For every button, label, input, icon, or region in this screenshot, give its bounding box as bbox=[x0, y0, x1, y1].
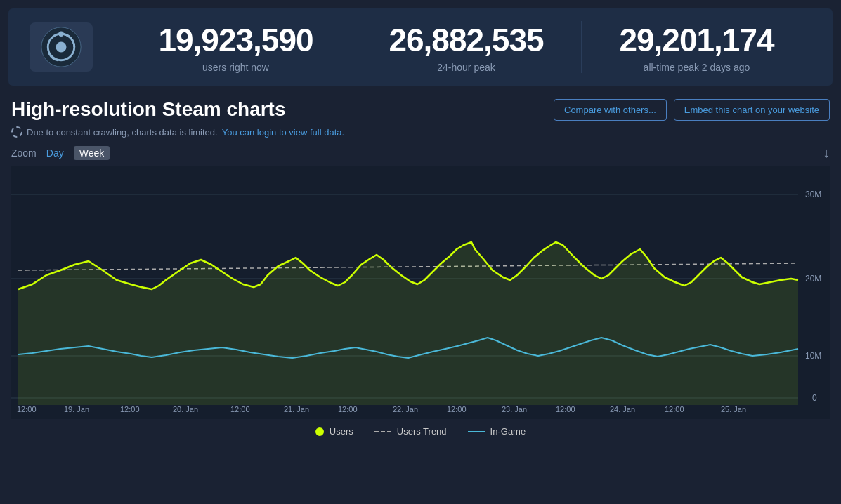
chart-title: High-resolution Steam charts bbox=[11, 98, 286, 121]
zoom-day-button[interactable]: Day bbox=[42, 146, 68, 160]
svg-point-3 bbox=[58, 32, 64, 37]
notice-icon bbox=[11, 126, 22, 138]
svg-text:24. Jan: 24. Jan bbox=[610, 405, 635, 413]
svg-text:12:00: 12:00 bbox=[120, 405, 140, 413]
stats-bar: 19,923,590 users right now 26,882,535 24… bbox=[8, 8, 833, 86]
legend-trend-label: Users Trend bbox=[397, 426, 447, 437]
svg-text:30M: 30M bbox=[805, 190, 821, 199]
peak-24h-number: 26,882,535 bbox=[351, 21, 581, 59]
steam-logo bbox=[30, 22, 93, 72]
notice-text: Due to constant crawling, charts data is… bbox=[27, 127, 218, 138]
users-now-label: users right now bbox=[121, 62, 351, 73]
legend-ingame-line bbox=[468, 431, 485, 432]
legend-ingame: In-Game bbox=[468, 426, 526, 437]
svg-text:12:00: 12:00 bbox=[230, 405, 250, 413]
legend-users: Users bbox=[315, 426, 353, 437]
svg-text:22. Jan: 22. Jan bbox=[393, 405, 418, 413]
zoom-label: Zoom bbox=[11, 147, 37, 159]
legend-ingame-label: In-Game bbox=[490, 426, 526, 437]
chart-legend: Users Users Trend In-Game bbox=[11, 426, 830, 437]
zoom-week-button[interactable]: Week bbox=[74, 146, 110, 160]
embed-button[interactable]: Embed this chart on your website bbox=[674, 99, 830, 121]
chart-header: High-resolution Steam charts Compare wit… bbox=[11, 98, 830, 121]
users-now-number: 19,923,590 bbox=[121, 21, 351, 59]
legend-users-dot bbox=[315, 427, 324, 436]
svg-text:12:00: 12:00 bbox=[338, 405, 358, 413]
svg-text:12:00: 12:00 bbox=[665, 405, 684, 413]
stat-peak-alltime: 29,201,174 all-time peak 2 days ago bbox=[581, 21, 811, 73]
svg-text:12:00: 12:00 bbox=[447, 405, 467, 413]
svg-text:10M: 10M bbox=[805, 351, 821, 361]
svg-text:0: 0 bbox=[812, 393, 817, 403]
svg-text:25. Jan: 25. Jan bbox=[721, 405, 746, 413]
chart-svg: 30M 20M 10M 0 12:00 19. Jan 12:00 20. Ja… bbox=[11, 166, 830, 419]
svg-point-2 bbox=[56, 42, 67, 53]
legend-trend: Users Trend bbox=[374, 426, 447, 437]
zoom-bar: Zoom Day Week ↓ bbox=[11, 145, 830, 161]
main-content: High-resolution Steam charts Compare wit… bbox=[0, 86, 841, 442]
download-button[interactable]: ↓ bbox=[823, 145, 830, 161]
svg-text:19. Jan: 19. Jan bbox=[64, 405, 89, 413]
peak-24h-label: 24-hour peak bbox=[351, 62, 581, 73]
header-buttons: Compare with others... Embed this chart … bbox=[554, 99, 830, 121]
svg-text:12:00: 12:00 bbox=[17, 405, 37, 413]
svg-text:23. Jan: 23. Jan bbox=[502, 405, 527, 413]
legend-trend-dash bbox=[374, 431, 391, 432]
svg-text:20. Jan: 20. Jan bbox=[173, 405, 198, 413]
stat-peak-24h: 26,882,535 24-hour peak bbox=[351, 21, 581, 73]
compare-button[interactable]: Compare with others... bbox=[554, 99, 667, 121]
peak-alltime-label: all-time peak 2 days ago bbox=[582, 62, 811, 73]
notice-bar: Due to constant crawling, charts data is… bbox=[11, 126, 830, 138]
legend-users-label: Users bbox=[330, 426, 353, 437]
svg-text:20M: 20M bbox=[805, 274, 821, 284]
login-link[interactable]: You can login to view full data. bbox=[222, 127, 344, 138]
svg-text:12:00: 12:00 bbox=[556, 405, 575, 413]
stat-users-now: 19,923,590 users right now bbox=[121, 21, 351, 73]
svg-text:21. Jan: 21. Jan bbox=[284, 405, 309, 413]
chart-container: 30M 20M 10M 0 12:00 19. Jan 12:00 20. Ja… bbox=[11, 166, 830, 419]
peak-alltime-number: 29,201,174 bbox=[582, 21, 811, 59]
